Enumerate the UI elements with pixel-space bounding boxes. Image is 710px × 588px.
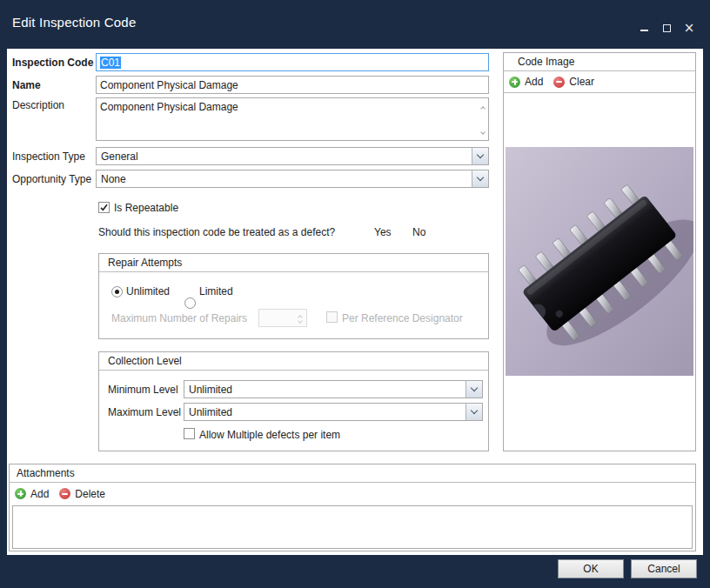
minimum-level-label: Minimum Level — [108, 384, 178, 396]
defect-yes-label: Yes — [374, 226, 392, 238]
clear-minus-icon — [553, 77, 565, 88]
limited-label: Limited — [199, 285, 233, 297]
opportunity-type-dropdown-button[interactable] — [472, 170, 488, 187]
attachments-list[interactable] — [12, 505, 693, 549]
unlimited-radio[interactable] — [111, 286, 123, 297]
maximize-button[interactable] — [660, 21, 673, 35]
name-value: Component Physical Damage — [100, 79, 238, 91]
is-repeatable-label: Is Repeatable — [114, 202, 178, 214]
scroll-up-icon[interactable] — [480, 106, 486, 111]
attachments-delete-label: Delete — [75, 488, 105, 500]
inspection-type-label: Inspection Type — [12, 150, 85, 163]
inspection-type-dropdown-button[interactable] — [472, 148, 488, 164]
max-repairs-spinner[interactable] — [258, 309, 307, 327]
add-plus-icon — [509, 77, 520, 88]
attachments-group: Attachments Add Delete — [9, 464, 696, 551]
attachments-add-button[interactable]: Add — [15, 488, 49, 500]
attachments-title: Attachments — [17, 467, 75, 479]
minimize-button[interactable] — [637, 21, 651, 35]
name-label: Name — [12, 79, 41, 91]
chevron-down-icon — [471, 407, 478, 414]
chevron-down-icon — [477, 151, 484, 158]
inspection-type-value: General — [97, 148, 472, 164]
ok-button-label: OK — [583, 563, 598, 575]
defect-question-label: Should this inspection code be treated a… — [98, 226, 335, 238]
checkmark-icon — [99, 203, 109, 212]
chevron-down-icon — [471, 384, 478, 391]
minimum-level-value: Unlimited — [184, 381, 466, 398]
spinner-buttons[interactable] — [298, 313, 302, 323]
description-input[interactable]: Component Physical Damage — [96, 97, 489, 141]
code-image-add-button[interactable]: Add — [509, 76, 543, 88]
code-image-add-label: Add — [525, 76, 543, 88]
maximum-level-value: Unlimited — [184, 404, 466, 420]
ok-button[interactable]: OK — [558, 559, 624, 578]
chevron-down-icon — [477, 174, 484, 181]
collection-level-header: Collection Level — [99, 352, 488, 371]
per-reference-checkbox[interactable] — [326, 311, 338, 323]
description-value: Component Physical Damage — [100, 101, 238, 113]
window-controls: × — [637, 21, 696, 35]
collection-level-title: Collection Level — [108, 355, 182, 367]
minimum-level-select[interactable]: Unlimited — [184, 380, 483, 398]
limited-radio[interactable] — [184, 297, 196, 309]
name-input[interactable]: Component Physical Damage — [96, 76, 489, 94]
per-reference-label: Per Reference Designator — [342, 312, 463, 324]
maximum-level-label: Maximum Level — [108, 406, 181, 418]
inspection-type-select[interactable]: General — [96, 147, 489, 165]
maximum-level-dropdown-button[interactable] — [466, 404, 482, 420]
scroll-down-icon[interactable] — [480, 130, 486, 135]
is-repeatable-checkbox[interactable] — [98, 202, 110, 213]
spinner-down-icon — [298, 318, 303, 324]
cancel-button[interactable]: Cancel — [631, 559, 697, 578]
title-bar[interactable]: Edit Inspection Code × — [0, 0, 710, 49]
inspection-code-label: Inspection Code — [12, 57, 93, 69]
dialog-content: Inspection Code C01 Name Component Physi… — [7, 49, 703, 555]
opportunity-type-value: None — [97, 170, 472, 187]
allow-multiple-defects-checkbox[interactable] — [184, 428, 195, 439]
attachments-add-label: Add — [30, 488, 49, 500]
code-image-photo — [506, 147, 693, 376]
ic-chip-image — [506, 147, 693, 376]
inspection-code-input[interactable]: C01 — [96, 53, 489, 71]
defect-no-label: No — [412, 226, 425, 238]
close-button[interactable]: × — [682, 21, 696, 35]
repair-attempts-header: Repair Attempts — [99, 254, 488, 272]
window-title: Edit Inspection Code — [12, 15, 136, 30]
code-image-group: Code Image Add Clear — [503, 52, 696, 451]
max-repairs-label: Maximum Number of Repairs — [111, 312, 247, 324]
collection-level-group: Collection Level Minimum Level Unlimited… — [98, 351, 489, 451]
code-image-toolbar: Add Clear — [504, 71, 695, 93]
minimum-level-dropdown-button[interactable] — [466, 381, 482, 398]
maximum-level-select[interactable]: Unlimited — [184, 403, 483, 421]
inspection-code-value: C01 — [100, 57, 121, 69]
attachments-toolbar: Add Delete — [10, 483, 695, 504]
maximize-icon — [663, 24, 671, 32]
code-image-clear-label: Clear — [569, 76, 594, 88]
repair-attempts-group: Repair Attempts Unlimited Limited Maximu… — [98, 253, 489, 339]
add-plus-icon — [15, 488, 26, 499]
attachments-header: Attachments — [10, 464, 695, 483]
opportunity-type-select[interactable]: None — [96, 170, 489, 188]
cancel-button-label: Cancel — [647, 563, 680, 575]
description-label: Description — [12, 99, 64, 111]
unlimited-label: Unlimited — [126, 285, 170, 297]
code-image-header: Code Image — [504, 53, 695, 71]
minimize-icon — [640, 30, 648, 31]
repair-attempts-title: Repair Attempts — [108, 257, 182, 269]
code-image-title: Code Image — [518, 56, 574, 68]
code-image-clear-button[interactable]: Clear — [553, 76, 594, 88]
allow-multiple-defects-label: Allow Multiple defects per item — [199, 429, 340, 441]
close-icon: × — [684, 22, 695, 34]
attachments-delete-button[interactable]: Delete — [59, 488, 105, 500]
opportunity-type-label: Opportunity Type — [12, 173, 91, 185]
edit-inspection-code-dialog: { "window": { "title": "Edit Inspection … — [0, 0, 710, 588]
delete-minus-icon — [59, 488, 70, 499]
